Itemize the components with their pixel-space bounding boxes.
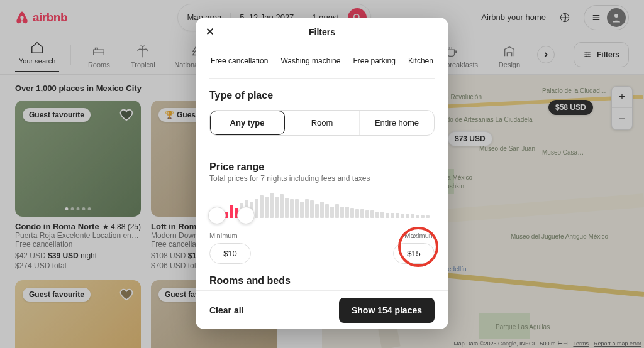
price-histogram — [209, 193, 435, 224]
type-segmented: Any type Room Entire home — [209, 110, 435, 136]
type-title: Type of place — [209, 79, 435, 101]
rec-parking[interactable]: Free parking — [353, 57, 395, 65]
max-label: Maximum — [404, 232, 435, 239]
page: { "brand": {"name": "airbnb"}, "header":… — [0, 0, 644, 348]
price-min-input[interactable]: $10 — [209, 243, 251, 264]
seg-room[interactable]: Room — [285, 111, 360, 135]
modal-body: Free cancellation Washing machine Free p… — [196, 46, 448, 290]
price-hint: Total prices for 7 nights including fees… — [209, 174, 435, 189]
price-max-handle[interactable] — [237, 207, 255, 224]
seg-entire[interactable]: Entire home — [360, 111, 434, 135]
price-minmax: Minimum $10 Maximum $15 — [209, 232, 435, 264]
rec-washer[interactable]: Washing machine — [280, 57, 340, 65]
show-places-button[interactable]: Show 154 places — [339, 298, 435, 323]
close-icon — [206, 27, 214, 36]
clear-all-button[interactable]: Clear all — [209, 305, 243, 315]
rec-free-cancel[interactable]: Free cancellation — [211, 57, 268, 65]
price-max-input[interactable]: $15 — [393, 243, 435, 264]
modal-title: Filters — [309, 27, 335, 37]
recommended-row: Free cancellation Washing machine Free p… — [209, 46, 435, 79]
close-button[interactable] — [206, 27, 216, 37]
price-min-handle[interactable] — [208, 207, 226, 224]
rooms-title: Rooms and beds — [209, 264, 435, 286]
filters-modal: Filters Free cancellation Washing machin… — [196, 18, 448, 329]
min-label: Minimum — [209, 232, 238, 239]
seg-any[interactable]: Any type — [210, 111, 285, 135]
rec-kitchen[interactable]: Kitchen — [408, 57, 433, 65]
price-title: Price range — [209, 150, 435, 173]
modal-header: Filters — [196, 18, 448, 46]
modal-footer: Clear all Show 154 places — [196, 290, 448, 329]
